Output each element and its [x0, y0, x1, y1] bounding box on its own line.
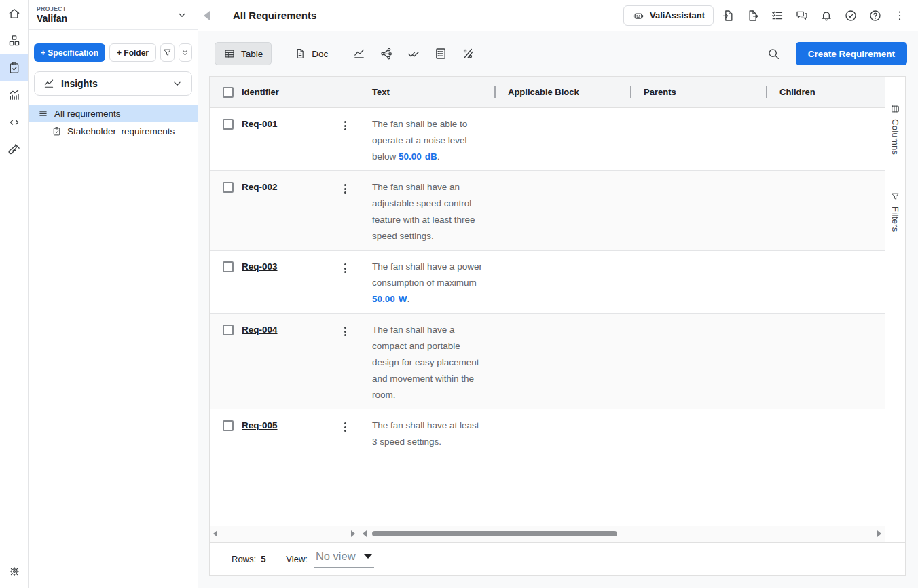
notifications-bell-button[interactable] [816, 5, 837, 26]
column-header-parents[interactable]: Parents [630, 77, 766, 107]
double-chevron-down-icon [180, 48, 190, 58]
column-header-children[interactable]: Children [766, 77, 885, 107]
create-requirement-button[interactable]: Create Requirement [796, 42, 907, 65]
column-header-applicable-block[interactable]: Applicable Block [494, 77, 630, 107]
row-menu-button[interactable] [342, 325, 349, 338]
table-row: Req-004The fan shall have a compact and … [210, 314, 885, 409]
app-window: PROJECT Valifan + Specification + Folder… [0, 0, 918, 588]
select-all-checkbox[interactable] [223, 87, 234, 98]
identifier-cell: Req-005 [210, 409, 359, 456]
requirements-clipboard-nav-button[interactable] [0, 54, 28, 81]
row-checkbox[interactable] [223, 119, 234, 130]
column-header-text[interactable]: Text [359, 77, 494, 107]
columns-tab[interactable]: Columns [890, 104, 900, 155]
filter-button[interactable] [160, 43, 174, 62]
applicable-block-cell[interactable] [494, 108, 630, 170]
row-menu-button[interactable] [342, 182, 349, 196]
requirement-link[interactable]: Req-002 [242, 182, 278, 192]
applicable-block-cell[interactable] [494, 251, 630, 313]
row-checkbox[interactable] [223, 182, 234, 193]
scroll-right-arrow[interactable] [874, 526, 885, 542]
requirement-text-cell[interactable]: The fan shall be able to operate at a no… [359, 108, 494, 170]
requirements-clipboard-icon [7, 61, 21, 75]
requirement-text-cell[interactable]: The fan shall have at least 3 speed sett… [359, 409, 494, 456]
double-check-view-button[interactable] [402, 42, 425, 65]
parents-cell[interactable] [630, 108, 766, 170]
row-menu-button[interactable] [342, 119, 349, 132]
settings-button[interactable] [0, 558, 28, 585]
test-tube-nav-button[interactable] [0, 136, 28, 163]
percent-edit-view-button[interactable] [456, 42, 479, 65]
view-tab-label: Doc [312, 49, 328, 59]
blocks-nav-button[interactable] [0, 27, 28, 54]
project-selector[interactable]: PROJECT Valifan [29, 0, 198, 30]
sidebar-item-all-requirements[interactable]: All requirements [29, 105, 198, 122]
h-scrollbar-identifier[interactable] [210, 526, 359, 542]
table-body: Req-001The fan shall be able to operate … [210, 108, 885, 456]
analyses-nav-button[interactable] [0, 81, 28, 109]
vali-assistant-button[interactable]: ValiAssistant [623, 5, 714, 26]
applicable-block-cell[interactable] [494, 171, 630, 250]
children-cell[interactable] [766, 251, 885, 313]
help-button[interactable] [865, 5, 885, 26]
comments-button[interactable] [792, 5, 812, 26]
view-tab-doc[interactable]: Doc [285, 42, 337, 65]
row-menu-button[interactable] [342, 420, 349, 434]
doc-icon [294, 48, 306, 60]
more-vertical-button[interactable] [889, 5, 910, 26]
requirement-text-cell[interactable]: The fan shall have an adjustable speed c… [359, 171, 494, 250]
scrollbar-thumb[interactable] [372, 531, 617, 536]
insights-chart-view-button[interactable] [348, 42, 371, 65]
applicable-block-cell[interactable] [494, 314, 630, 409]
more-vertical-icon [893, 9, 906, 22]
add-folder-button[interactable]: + Folder [109, 43, 156, 62]
identifier-cell: Req-001 [210, 108, 359, 170]
column-header-label: Text [372, 87, 390, 97]
checklist-button[interactable] [767, 5, 788, 26]
import-button[interactable] [718, 5, 739, 26]
scroll-left-arrow[interactable] [210, 526, 221, 542]
sidebar-collapse-button[interactable] [198, 0, 215, 31]
sidebar-item-stakeholder-requirements[interactable]: Stakeholder_requirements [29, 122, 198, 140]
parents-cell[interactable] [630, 171, 766, 250]
scroll-right-arrow[interactable] [348, 526, 359, 542]
children-cell[interactable] [766, 171, 885, 250]
parents-cell[interactable] [630, 251, 766, 313]
children-cell[interactable] [766, 409, 885, 456]
code-nav-button[interactable] [0, 109, 28, 136]
header-actions: ValiAssistant [623, 5, 910, 26]
home-nav-button[interactable] [0, 0, 28, 27]
expand-all-button[interactable] [179, 43, 192, 62]
requirement-link[interactable]: Req-005 [242, 420, 278, 430]
parents-cell[interactable] [630, 314, 766, 409]
h-scrollbar-main[interactable] [359, 526, 885, 542]
row-checkbox[interactable] [223, 420, 234, 431]
parents-cell[interactable] [630, 409, 766, 456]
table-row: Req-005The fan shall have at least 3 spe… [210, 409, 885, 456]
row-checkbox[interactable] [223, 261, 234, 272]
applicable-block-cell[interactable] [494, 409, 630, 456]
search-button[interactable] [762, 42, 785, 65]
table-row: Req-003The fan shall have a power consum… [210, 251, 885, 314]
scroll-left-arrow[interactable] [359, 526, 370, 542]
add-specification-button[interactable]: + Specification [34, 43, 105, 62]
approvals-check-button[interactable] [841, 5, 861, 26]
requirement-link[interactable]: Req-001 [242, 119, 278, 129]
filters-tab[interactable]: Filters [890, 191, 900, 232]
view-select-dropdown[interactable]: No view [314, 550, 374, 568]
row-menu-button[interactable] [342, 261, 349, 275]
view-tab-table[interactable]: Table [215, 42, 272, 65]
children-cell[interactable] [766, 108, 885, 170]
column-header-identifier[interactable]: Identifier [210, 77, 359, 107]
row-checkbox[interactable] [223, 325, 234, 335]
graph-view-button[interactable] [375, 42, 398, 65]
requirement-text-cell[interactable]: The fan shall have a compact and portabl… [359, 314, 494, 409]
children-cell[interactable] [766, 314, 885, 409]
spec-list-view-button[interactable] [429, 42, 452, 65]
table-row: Req-002The fan shall have an adjustable … [210, 171, 885, 251]
insights-panel-toggle[interactable]: Insights [34, 71, 192, 96]
requirement-text-cell[interactable]: The fan shall have a power consumption o… [359, 251, 494, 313]
export-button[interactable] [743, 5, 763, 26]
requirement-link[interactable]: Req-003 [242, 261, 278, 272]
requirement-link[interactable]: Req-004 [242, 325, 278, 335]
